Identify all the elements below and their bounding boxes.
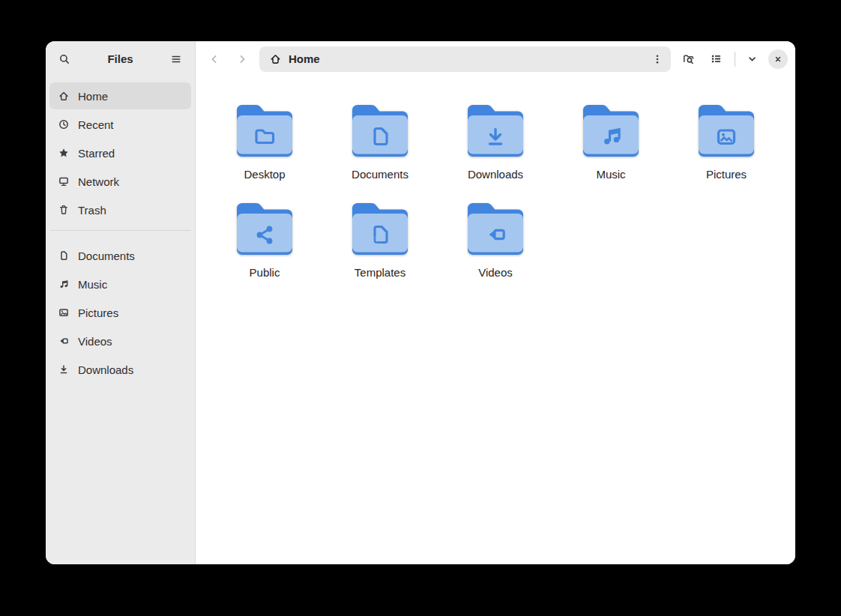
sidebar-item-label: Downloads bbox=[78, 363, 133, 376]
sidebar-item-home[interactable]: Home bbox=[49, 82, 191, 109]
folder-item-templates[interactable]: Templates bbox=[328, 196, 432, 279]
folder-icon bbox=[465, 199, 525, 259]
home-icon bbox=[269, 52, 282, 65]
main-menu-button[interactable] bbox=[166, 49, 187, 70]
sidebar-header: Files bbox=[46, 41, 195, 76]
close-icon bbox=[773, 54, 783, 64]
file-icon bbox=[58, 250, 70, 262]
folder-label: Videos bbox=[478, 266, 513, 279]
folder-icon bbox=[581, 101, 641, 161]
list-view-toggle-button[interactable] bbox=[705, 49, 726, 70]
main-pane: Home Desktop bbox=[196, 41, 795, 564]
folder-icon bbox=[235, 199, 295, 259]
folder-label: Documents bbox=[352, 168, 409, 181]
sidebar-item-trash[interactable]: Trash bbox=[49, 196, 191, 223]
sidebar-item-videos[interactable]: Videos bbox=[49, 327, 191, 354]
folder-label: Public bbox=[250, 266, 280, 279]
star-icon bbox=[58, 147, 70, 159]
folder-icon bbox=[465, 101, 525, 161]
sidebar-item-label: Documents bbox=[78, 250, 135, 262]
hamburger-icon bbox=[170, 53, 182, 65]
folder-icon bbox=[350, 101, 410, 161]
folder-item-downloads[interactable]: Downloads bbox=[443, 97, 548, 181]
sidebar-item-label: Trash bbox=[78, 204, 106, 217]
sidebar-item-label: Videos bbox=[78, 335, 112, 348]
image-icon bbox=[58, 307, 70, 318]
sidebar-item-pictures[interactable]: Pictures bbox=[49, 299, 191, 326]
sidebar-item-music[interactable]: Music bbox=[49, 271, 191, 298]
folder-icon bbox=[696, 101, 756, 161]
toolbar-separator bbox=[735, 52, 735, 67]
video-icon bbox=[58, 335, 70, 347]
folder-item-music[interactable]: Music bbox=[558, 97, 663, 181]
header-bar: Home bbox=[196, 41, 795, 76]
path-bar[interactable]: Home bbox=[259, 46, 671, 72]
desktop-background: { "app": { "name": "Files" }, "colors": … bbox=[0, 0, 841, 616]
folder-label: Music bbox=[596, 168, 625, 181]
app-title: Files bbox=[78, 52, 163, 65]
current-location-label: Home bbox=[289, 52, 641, 65]
sidebar-item-downloads[interactable]: Downloads bbox=[49, 356, 191, 383]
sidebar-item-network[interactable]: Network bbox=[49, 168, 191, 195]
folder-label: Templates bbox=[355, 266, 406, 279]
close-window-button[interactable] bbox=[768, 49, 788, 69]
sidebar-item-label: Music bbox=[78, 278, 107, 291]
search-icon bbox=[58, 53, 70, 65]
music-icon bbox=[58, 278, 70, 290]
trash-icon bbox=[58, 204, 70, 216]
back-button[interactable] bbox=[204, 49, 225, 70]
sidebar-item-label: Starred bbox=[78, 147, 115, 160]
home-icon bbox=[58, 90, 70, 102]
folder-label: Desktop bbox=[244, 168, 285, 181]
folder-item-desktop[interactable]: Desktop bbox=[212, 97, 317, 181]
sidebar-divider bbox=[50, 230, 190, 231]
sidebar-item-starred[interactable]: Starred bbox=[49, 139, 191, 166]
sidebar-places-list: Home Recent Starred Network Trash bbox=[46, 76, 195, 225]
chevron-down-icon bbox=[747, 53, 758, 64]
folder-item-documents[interactable]: Documents bbox=[328, 97, 432, 181]
folder-item-pictures[interactable]: Pictures bbox=[674, 97, 779, 181]
folder-icon bbox=[235, 101, 295, 161]
folder-grid: Desktop Documents Downloads Music bbox=[196, 76, 795, 564]
forward-button[interactable] bbox=[232, 49, 253, 70]
folder-label: Pictures bbox=[706, 168, 747, 181]
sidebar-item-label: Home bbox=[78, 90, 108, 103]
folder-label: Downloads bbox=[468, 168, 523, 181]
chevron-right-icon bbox=[236, 53, 248, 65]
folder-item-public[interactable]: Public bbox=[212, 196, 317, 279]
location-menu-button[interactable] bbox=[648, 49, 667, 69]
list-view-icon bbox=[710, 52, 723, 65]
sidebar-item-label: Recent bbox=[78, 118, 114, 131]
sidebar-item-documents[interactable]: Documents bbox=[49, 242, 191, 269]
folder-search-icon bbox=[682, 52, 695, 65]
sidebar-bookmarks-list: Documents Music Pictures Videos Download… bbox=[46, 236, 195, 384]
search-everywhere-button[interactable] bbox=[678, 49, 699, 70]
clock-icon bbox=[58, 118, 70, 130]
view-options-button[interactable] bbox=[744, 49, 760, 70]
sidebar-item-label: Network bbox=[78, 175, 119, 188]
kebab-menu-icon bbox=[651, 53, 663, 65]
sidebar-item-recent[interactable]: Recent bbox=[49, 111, 191, 138]
sidebar-item-label: Pictures bbox=[78, 307, 118, 319]
download-icon bbox=[58, 363, 70, 375]
folder-icon bbox=[350, 199, 410, 259]
files-window: Files Home Recent Starred Network Trash … bbox=[46, 41, 795, 564]
sidebar: Files Home Recent Starred Network Trash … bbox=[46, 41, 196, 564]
folder-item-videos[interactable]: Videos bbox=[443, 196, 548, 279]
chevron-left-icon bbox=[208, 53, 220, 65]
network-icon bbox=[58, 175, 70, 187]
search-button[interactable] bbox=[54, 49, 75, 70]
